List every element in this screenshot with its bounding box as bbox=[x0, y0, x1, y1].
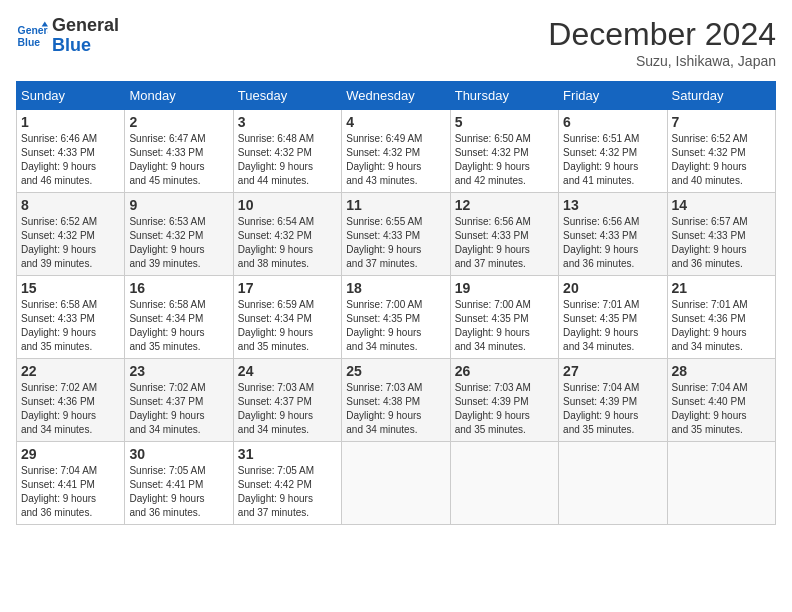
day-number: 23 bbox=[129, 363, 228, 379]
calendar-day-cell: 8Sunrise: 6:52 AM Sunset: 4:32 PM Daylig… bbox=[17, 193, 125, 276]
title-block: December 2024 Suzu, Ishikawa, Japan bbox=[548, 16, 776, 69]
calendar-day-cell: 12Sunrise: 6:56 AM Sunset: 4:33 PM Dayli… bbox=[450, 193, 558, 276]
calendar-body: 1Sunrise: 6:46 AM Sunset: 4:33 PM Daylig… bbox=[17, 110, 776, 525]
location-subtitle: Suzu, Ishikawa, Japan bbox=[548, 53, 776, 69]
calendar-day-cell: 4Sunrise: 6:49 AM Sunset: 4:32 PM Daylig… bbox=[342, 110, 450, 193]
day-number: 30 bbox=[129, 446, 228, 462]
calendar-day-cell: 22Sunrise: 7:02 AM Sunset: 4:36 PM Dayli… bbox=[17, 359, 125, 442]
day-info: Sunrise: 7:04 AM Sunset: 4:39 PM Dayligh… bbox=[563, 381, 662, 437]
day-number: 13 bbox=[563, 197, 662, 213]
day-info: Sunrise: 6:48 AM Sunset: 4:32 PM Dayligh… bbox=[238, 132, 337, 188]
calendar-day-cell bbox=[342, 442, 450, 525]
calendar-week-row: 15Sunrise: 6:58 AM Sunset: 4:33 PM Dayli… bbox=[17, 276, 776, 359]
calendar-day-cell: 29Sunrise: 7:04 AM Sunset: 4:41 PM Dayli… bbox=[17, 442, 125, 525]
day-info: Sunrise: 6:59 AM Sunset: 4:34 PM Dayligh… bbox=[238, 298, 337, 354]
day-info: Sunrise: 6:57 AM Sunset: 4:33 PM Dayligh… bbox=[672, 215, 771, 271]
calendar-day-cell: 19Sunrise: 7:00 AM Sunset: 4:35 PM Dayli… bbox=[450, 276, 558, 359]
day-number: 5 bbox=[455, 114, 554, 130]
day-info: Sunrise: 6:49 AM Sunset: 4:32 PM Dayligh… bbox=[346, 132, 445, 188]
day-number: 12 bbox=[455, 197, 554, 213]
calendar-day-cell bbox=[450, 442, 558, 525]
svg-text:General: General bbox=[18, 25, 48, 36]
calendar-day-cell: 17Sunrise: 6:59 AM Sunset: 4:34 PM Dayli… bbox=[233, 276, 341, 359]
day-number: 29 bbox=[21, 446, 120, 462]
day-number: 19 bbox=[455, 280, 554, 296]
day-info: Sunrise: 7:03 AM Sunset: 4:37 PM Dayligh… bbox=[238, 381, 337, 437]
day-number: 24 bbox=[238, 363, 337, 379]
calendar-day-cell: 23Sunrise: 7:02 AM Sunset: 4:37 PM Dayli… bbox=[125, 359, 233, 442]
day-number: 15 bbox=[21, 280, 120, 296]
day-info: Sunrise: 7:05 AM Sunset: 4:42 PM Dayligh… bbox=[238, 464, 337, 520]
day-info: Sunrise: 7:02 AM Sunset: 4:36 PM Dayligh… bbox=[21, 381, 120, 437]
day-number: 26 bbox=[455, 363, 554, 379]
day-number: 22 bbox=[21, 363, 120, 379]
calendar-week-row: 1Sunrise: 6:46 AM Sunset: 4:33 PM Daylig… bbox=[17, 110, 776, 193]
calendar-day-cell: 26Sunrise: 7:03 AM Sunset: 4:39 PM Dayli… bbox=[450, 359, 558, 442]
day-number: 7 bbox=[672, 114, 771, 130]
day-number: 2 bbox=[129, 114, 228, 130]
day-info: Sunrise: 6:58 AM Sunset: 4:33 PM Dayligh… bbox=[21, 298, 120, 354]
svg-text:Blue: Blue bbox=[18, 36, 41, 47]
calendar-table: SundayMondayTuesdayWednesdayThursdayFrid… bbox=[16, 81, 776, 525]
day-number: 16 bbox=[129, 280, 228, 296]
day-info: Sunrise: 6:53 AM Sunset: 4:32 PM Dayligh… bbox=[129, 215, 228, 271]
day-info: Sunrise: 7:01 AM Sunset: 4:35 PM Dayligh… bbox=[563, 298, 662, 354]
calendar-day-cell: 15Sunrise: 6:58 AM Sunset: 4:33 PM Dayli… bbox=[17, 276, 125, 359]
page-header: General Blue General Blue December 2024 … bbox=[16, 16, 776, 69]
day-number: 11 bbox=[346, 197, 445, 213]
weekday-header-cell: Wednesday bbox=[342, 82, 450, 110]
calendar-week-row: 29Sunrise: 7:04 AM Sunset: 4:41 PM Dayli… bbox=[17, 442, 776, 525]
weekday-header-cell: Saturday bbox=[667, 82, 775, 110]
weekday-header-row: SundayMondayTuesdayWednesdayThursdayFrid… bbox=[17, 82, 776, 110]
calendar-week-row: 22Sunrise: 7:02 AM Sunset: 4:36 PM Dayli… bbox=[17, 359, 776, 442]
day-info: Sunrise: 7:05 AM Sunset: 4:41 PM Dayligh… bbox=[129, 464, 228, 520]
calendar-day-cell: 10Sunrise: 6:54 AM Sunset: 4:32 PM Dayli… bbox=[233, 193, 341, 276]
calendar-day-cell: 21Sunrise: 7:01 AM Sunset: 4:36 PM Dayli… bbox=[667, 276, 775, 359]
day-number: 14 bbox=[672, 197, 771, 213]
weekday-header-cell: Friday bbox=[559, 82, 667, 110]
day-info: Sunrise: 7:00 AM Sunset: 4:35 PM Dayligh… bbox=[455, 298, 554, 354]
calendar-day-cell: 3Sunrise: 6:48 AM Sunset: 4:32 PM Daylig… bbox=[233, 110, 341, 193]
day-info: Sunrise: 6:52 AM Sunset: 4:32 PM Dayligh… bbox=[21, 215, 120, 271]
calendar-day-cell: 31Sunrise: 7:05 AM Sunset: 4:42 PM Dayli… bbox=[233, 442, 341, 525]
day-info: Sunrise: 7:01 AM Sunset: 4:36 PM Dayligh… bbox=[672, 298, 771, 354]
day-info: Sunrise: 6:50 AM Sunset: 4:32 PM Dayligh… bbox=[455, 132, 554, 188]
calendar-day-cell: 11Sunrise: 6:55 AM Sunset: 4:33 PM Dayli… bbox=[342, 193, 450, 276]
day-number: 18 bbox=[346, 280, 445, 296]
logo: General Blue General Blue bbox=[16, 16, 119, 56]
weekday-header-cell: Monday bbox=[125, 82, 233, 110]
calendar-day-cell: 7Sunrise: 6:52 AM Sunset: 4:32 PM Daylig… bbox=[667, 110, 775, 193]
calendar-day-cell bbox=[667, 442, 775, 525]
day-info: Sunrise: 7:03 AM Sunset: 4:39 PM Dayligh… bbox=[455, 381, 554, 437]
day-number: 1 bbox=[21, 114, 120, 130]
day-info: Sunrise: 6:55 AM Sunset: 4:33 PM Dayligh… bbox=[346, 215, 445, 271]
day-info: Sunrise: 6:54 AM Sunset: 4:32 PM Dayligh… bbox=[238, 215, 337, 271]
calendar-day-cell: 9Sunrise: 6:53 AM Sunset: 4:32 PM Daylig… bbox=[125, 193, 233, 276]
day-info: Sunrise: 7:04 AM Sunset: 4:40 PM Dayligh… bbox=[672, 381, 771, 437]
calendar-week-row: 8Sunrise: 6:52 AM Sunset: 4:32 PM Daylig… bbox=[17, 193, 776, 276]
month-title: December 2024 bbox=[548, 16, 776, 53]
day-info: Sunrise: 6:58 AM Sunset: 4:34 PM Dayligh… bbox=[129, 298, 228, 354]
svg-marker-2 bbox=[42, 21, 48, 26]
day-number: 25 bbox=[346, 363, 445, 379]
day-number: 20 bbox=[563, 280, 662, 296]
calendar-day-cell: 20Sunrise: 7:01 AM Sunset: 4:35 PM Dayli… bbox=[559, 276, 667, 359]
calendar-day-cell: 18Sunrise: 7:00 AM Sunset: 4:35 PM Dayli… bbox=[342, 276, 450, 359]
day-number: 8 bbox=[21, 197, 120, 213]
day-number: 21 bbox=[672, 280, 771, 296]
day-number: 17 bbox=[238, 280, 337, 296]
day-info: Sunrise: 6:56 AM Sunset: 4:33 PM Dayligh… bbox=[563, 215, 662, 271]
calendar-day-cell: 1Sunrise: 6:46 AM Sunset: 4:33 PM Daylig… bbox=[17, 110, 125, 193]
day-number: 4 bbox=[346, 114, 445, 130]
logo-text: General Blue bbox=[52, 16, 119, 56]
calendar-day-cell: 16Sunrise: 6:58 AM Sunset: 4:34 PM Dayli… bbox=[125, 276, 233, 359]
calendar-day-cell: 24Sunrise: 7:03 AM Sunset: 4:37 PM Dayli… bbox=[233, 359, 341, 442]
day-number: 27 bbox=[563, 363, 662, 379]
day-number: 3 bbox=[238, 114, 337, 130]
day-number: 28 bbox=[672, 363, 771, 379]
day-info: Sunrise: 6:56 AM Sunset: 4:33 PM Dayligh… bbox=[455, 215, 554, 271]
day-info: Sunrise: 6:51 AM Sunset: 4:32 PM Dayligh… bbox=[563, 132, 662, 188]
calendar-day-cell bbox=[559, 442, 667, 525]
day-info: Sunrise: 6:52 AM Sunset: 4:32 PM Dayligh… bbox=[672, 132, 771, 188]
day-number: 31 bbox=[238, 446, 337, 462]
